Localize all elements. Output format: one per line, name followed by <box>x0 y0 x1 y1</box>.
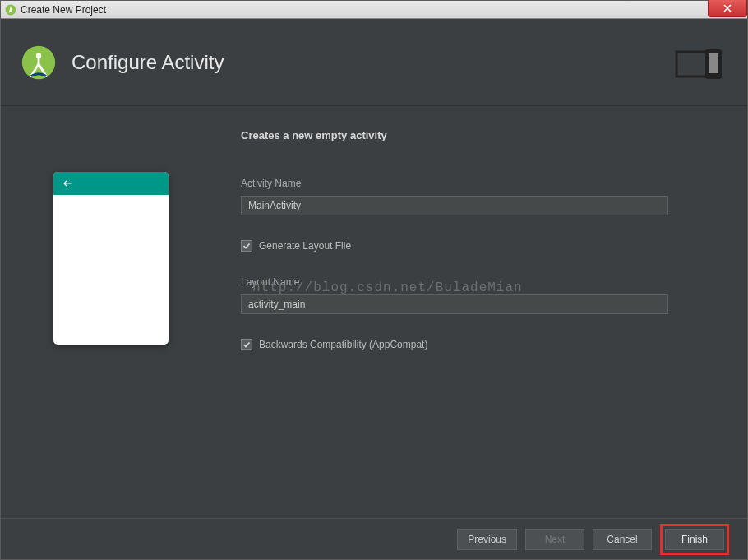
checkmark-icon <box>242 340 251 349</box>
layout-name-input[interactable] <box>241 294 668 314</box>
backwards-compat-checkbox-row[interactable]: Backwards Compatibility (AppCompat) <box>241 339 714 350</box>
backwards-compat-checkbox[interactable] <box>241 339 252 350</box>
wizard-content: Creates a new empty activity Activity Na… <box>1 106 747 518</box>
cancel-button[interactable]: Cancel <box>593 529 652 550</box>
generate-layout-checkbox-row[interactable]: Generate Layout File <box>241 240 714 252</box>
android-studio-icon <box>4 3 17 16</box>
wizard-footer: Previous Next Cancel Finish <box>1 518 747 559</box>
finish-highlight-box: Finish <box>660 524 729 555</box>
close-icon <box>723 4 732 12</box>
close-button[interactable] <box>708 0 747 17</box>
activity-name-field: Activity Name <box>241 178 714 215</box>
android-studio-logo-icon <box>21 44 57 81</box>
preview-column <box>21 129 201 518</box>
window-title: Create New Project <box>21 4 106 16</box>
svg-rect-3 <box>676 52 709 76</box>
wizard-window: Create New Project Configure Activity <box>0 0 748 560</box>
checkmark-icon <box>242 242 251 250</box>
generate-layout-label: Generate Layout File <box>259 240 351 252</box>
back-arrow-icon <box>62 178 73 189</box>
next-button: Next <box>525 529 584 550</box>
page-title: Configure Activity <box>72 51 224 74</box>
generate-layout-checkbox[interactable] <box>241 240 252 252</box>
layout-name-label: Layout Name <box>241 276 714 288</box>
activity-preview <box>53 172 169 345</box>
preview-appbar <box>53 172 169 195</box>
wizard-header: Configure Activity <box>1 19 747 106</box>
activity-name-label: Activity Name <box>241 178 714 189</box>
svg-rect-5 <box>709 53 718 73</box>
activity-name-input[interactable] <box>241 196 668 215</box>
layout-name-field: Layout Name <box>241 276 714 314</box>
form-column: Creates a new empty activity Activity Na… <box>241 129 714 518</box>
titlebar: Create New Project <box>1 1 747 19</box>
device-frame-icon <box>675 49 724 81</box>
backwards-compat-label: Backwards Compatibility (AppCompat) <box>259 339 427 350</box>
previous-button[interactable]: Previous <box>457 529 517 550</box>
finish-button[interactable]: Finish <box>665 529 724 550</box>
form-heading: Creates a new empty activity <box>241 129 714 141</box>
